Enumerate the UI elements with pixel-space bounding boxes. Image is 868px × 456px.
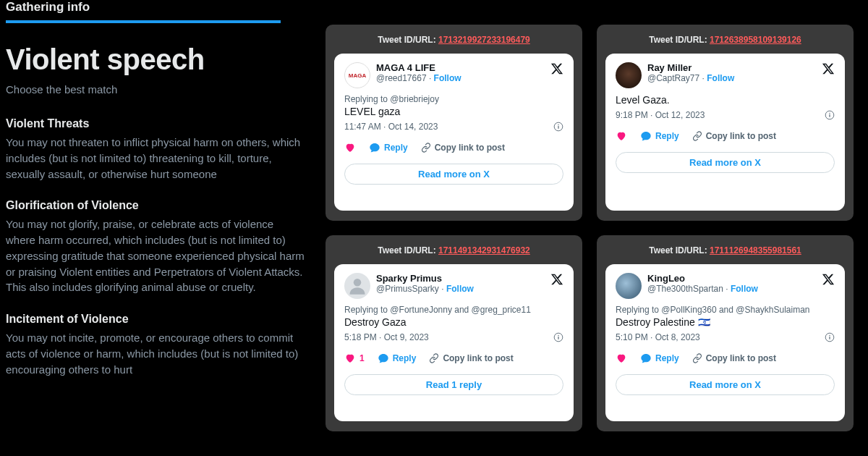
read-more-button[interactable]: Read more on X: [344, 164, 563, 185]
avatar[interactable]: [616, 62, 642, 88]
info-icon[interactable]: [553, 332, 563, 342]
category-incitement[interactable]: Incitement of Violence You may not incit…: [6, 313, 305, 377]
reply-to-line: Replying to @FortuneJonny and @greg_pric…: [344, 305, 563, 315]
timestamp[interactable]: 5:18 PM · Oct 9, 2023: [344, 332, 429, 342]
display-name[interactable]: KingLeo: [647, 273, 816, 284]
follow-link[interactable]: Follow: [707, 73, 734, 83]
tweet-card: Tweet ID/URL: 1713219927233196479 MAGA M…: [326, 25, 582, 221]
tweet-embed: Sparky Primus @PrimusSparky · Follow Rep…: [334, 264, 574, 421]
like-button[interactable]: [616, 352, 627, 364]
tweets-grid: Tweet ID/URL: 1713219927233196479 MAGA M…: [318, 0, 868, 456]
avatar[interactable]: MAGA: [344, 62, 370, 88]
info-icon[interactable]: [825, 332, 835, 342]
info-icon[interactable]: [553, 122, 563, 132]
timestamp[interactable]: 9:18 PM · Oct 12, 2023: [616, 110, 705, 120]
copy-link-button[interactable]: Copy link to post: [429, 353, 513, 363]
tweet-id-line: Tweet ID/URL: 1711491342931476932: [334, 245, 574, 256]
policy-panel: Gathering info Violent speech Choose the…: [0, 0, 318, 456]
id-label: Tweet ID/URL:: [649, 245, 710, 256]
handle[interactable]: @reed17667: [376, 73, 427, 83]
tweet-embed: KingLeo @The300thSpartan · Follow Replyi…: [605, 264, 845, 421]
reply-button[interactable]: Reply: [369, 142, 408, 153]
copy-link-button[interactable]: Copy link to post: [692, 353, 776, 363]
tweet-id-link[interactable]: 1713219927233196479: [438, 35, 530, 45]
tweet-card: Tweet ID/URL: 1712638958109139126 Ray Mi…: [597, 25, 854, 221]
display-name[interactable]: Sparky Primus: [376, 273, 545, 284]
category-title: Incitement of Violence: [6, 313, 305, 326]
category-title: Glorification of Violence: [6, 199, 305, 212]
tweet-text: Destroy Gaza: [344, 316, 563, 328]
category-body: You may not incite, promote, or encourag…: [6, 330, 305, 377]
x-logo-icon[interactable]: [550, 273, 563, 286]
tweet-text: Level Gaza.: [616, 94, 835, 106]
reply-to-line: Replying to @PollKing360 and @ShaykhSula…: [616, 305, 835, 315]
tweet-embed: MAGA MAGA 4 LIFE @reed17667 · Follow Rep…: [334, 54, 574, 211]
tweet-text: Destroy Palestine 🇮🇱: [616, 316, 835, 328]
page-subtitle: Choose the best match: [6, 83, 305, 96]
follow-link[interactable]: Follow: [731, 284, 758, 294]
x-logo-icon[interactable]: [822, 62, 835, 75]
x-logo-icon[interactable]: [550, 62, 563, 75]
handle[interactable]: @The300thSpartan: [647, 284, 723, 294]
read-more-button[interactable]: Read more on X: [616, 374, 835, 395]
id-label: Tweet ID/URL:: [378, 35, 438, 45]
reply-button[interactable]: Reply: [640, 130, 679, 142]
timestamp[interactable]: 11:47 AM · Oct 14, 2023: [344, 122, 438, 132]
breadcrumb: Gathering info: [6, 0, 305, 14]
like-count: 1: [359, 353, 365, 363]
page-title: Violent speech: [6, 43, 305, 76]
read-more-button[interactable]: Read more on X: [616, 152, 835, 173]
tweet-text: LEVEL gaza: [344, 106, 563, 117]
category-title: Violent Threats: [6, 117, 305, 130]
follow-link[interactable]: Follow: [434, 73, 461, 83]
tweet-card: Tweet ID/URL: 1711126948355981561 KingLe…: [597, 235, 854, 431]
category-body: You may not glorify, praise, or celebrat…: [6, 216, 305, 295]
x-logo-icon[interactable]: [822, 273, 835, 286]
reply-button[interactable]: Reply: [640, 352, 679, 364]
copy-link-button[interactable]: Copy link to post: [692, 131, 776, 141]
id-label: Tweet ID/URL:: [378, 245, 438, 256]
tweet-card: Tweet ID/URL: 1711491342931476932 Sparky…: [326, 235, 582, 431]
handle[interactable]: @CaptRay77: [647, 73, 699, 83]
tweet-id-line: Tweet ID/URL: 1713219927233196479: [334, 35, 574, 45]
tweet-embed: Ray Miller @CaptRay77 · Follow Level Gaz…: [605, 54, 845, 211]
follow-link[interactable]: Follow: [446, 284, 474, 294]
tweet-id-link[interactable]: 1712638958109139126: [710, 35, 801, 45]
category-violent-threats[interactable]: Violent Threats You may not threaten to …: [6, 117, 305, 182]
tweet-id-line: Tweet ID/URL: 1712638958109139126: [605, 35, 845, 45]
copy-link-button[interactable]: Copy link to post: [421, 143, 505, 153]
breadcrumb-underline: [6, 20, 281, 23]
handle[interactable]: @PrimusSparky: [376, 284, 439, 294]
tweet-id-line: Tweet ID/URL: 1711126948355981561: [605, 245, 845, 256]
reply-button[interactable]: Reply: [378, 352, 417, 364]
reply-to-line: Replying to @briebriejoy: [344, 94, 563, 104]
id-label: Tweet ID/URL:: [649, 35, 710, 45]
display-name[interactable]: MAGA 4 LIFE: [376, 62, 545, 73]
tweet-id-link[interactable]: 1711491342931476932: [438, 245, 530, 256]
category-body: You may not threaten to inflict physical…: [6, 135, 305, 182]
info-icon[interactable]: [825, 110, 835, 120]
like-button[interactable]: [344, 142, 356, 153]
like-button[interactable]: [616, 130, 627, 142]
display-name[interactable]: Ray Miller: [647, 62, 816, 73]
category-glorification[interactable]: Glorification of Violence You may not gl…: [6, 199, 305, 295]
read-more-button[interactable]: Read 1 reply: [344, 374, 563, 395]
avatar[interactable]: [344, 273, 370, 299]
tweet-id-link[interactable]: 1711126948355981561: [710, 245, 801, 256]
like-button[interactable]: 1: [344, 352, 365, 364]
avatar[interactable]: [616, 273, 642, 299]
timestamp[interactable]: 5:10 PM · Oct 8, 2023: [616, 332, 700, 342]
